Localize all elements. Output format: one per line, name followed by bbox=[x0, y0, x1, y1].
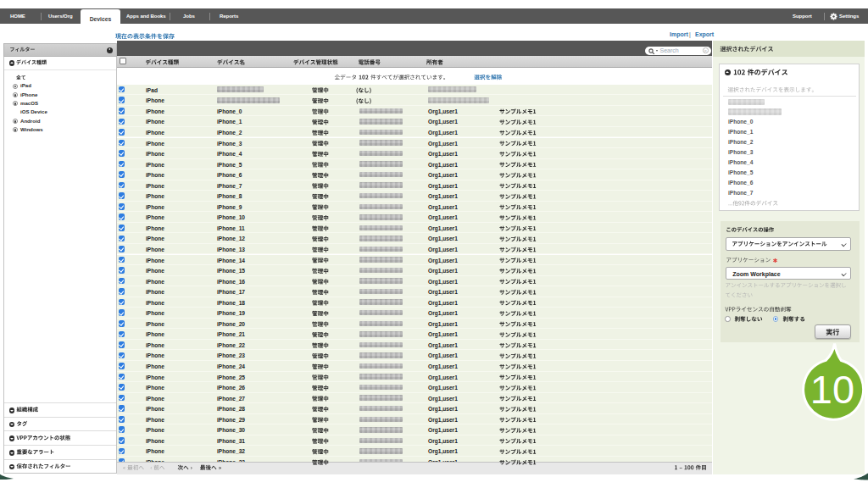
svg-text:10: 10 bbox=[810, 367, 854, 412]
